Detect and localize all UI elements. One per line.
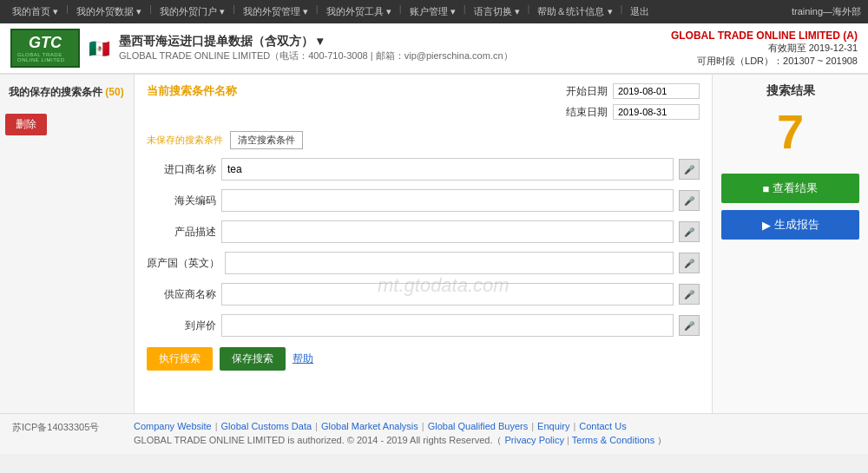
footer-privacy-policy[interactable]: Privacy Policy <box>505 435 564 445</box>
content-area: mt.gtodata.com 当前搜索条件名称 开始日期 结束日期 未保存的搜索… <box>135 75 712 413</box>
valid-until: 有效期至 2019-12-31 <box>671 42 858 55</box>
search-meta: 当前搜索条件名称 开始日期 结束日期 <box>147 83 700 122</box>
nav-language[interactable]: 语言切换 ▾ <box>469 3 525 20</box>
importer-label: 进口商名称 <box>147 162 216 177</box>
date-range: 开始日期 结束日期 <box>564 83 700 122</box>
product-label: 产品描述 <box>147 225 216 240</box>
end-date-input[interactable] <box>613 104 700 120</box>
footer-market-analysis[interactable]: Global Market Analysis <box>321 421 418 431</box>
footer-global-customs[interactable]: Global Customs Data <box>221 421 312 431</box>
product-input[interactable] <box>221 220 674 243</box>
nav-mgmt[interactable]: 我的外贸管理 ▾ <box>238 3 313 20</box>
ldr-info: 可用时段（LDR）：201307 ~ 201908 <box>671 55 858 68</box>
end-date-row: 结束日期 <box>564 104 700 120</box>
origin-speech-icon[interactable]: 🎤 <box>679 253 700 273</box>
importer-input[interactable] <box>221 158 674 181</box>
customs-label: 海关编码 <box>147 194 216 208</box>
header-title: 墨西哥海运进口提单数据（含双方） ▾ GLOBAL TRADE ONLINE L… <box>119 34 513 62</box>
right-panel: 搜索结果 7 ■ 查看结果 ▶ 生成报告 <box>712 75 868 413</box>
top-nav: 我的首页 ▾ | 我的外贸数据 ▾ | 我的外贸门户 ▾ | 我的外贸管理 ▾ … <box>0 0 868 23</box>
start-date-input[interactable] <box>613 83 700 99</box>
sidebar: 我的保存的搜索条件 (50) 删除 <box>0 75 135 413</box>
header: GTC GLOBAL TRADE ONLINE LIMITED 🇲🇽 墨西哥海运… <box>0 23 868 75</box>
nav-home[interactable]: 我的首页 ▾ <box>7 3 63 20</box>
header-left: GTC GLOBAL TRADE ONLINE LIMITED 🇲🇽 墨西哥海运… <box>10 29 513 68</box>
form-row-customs: 海关编码 🎤 <box>147 189 700 212</box>
form-row-price: 到岸价 🎤 <box>147 314 700 337</box>
search-meta-left: 当前搜索条件名称 <box>147 83 237 99</box>
current-search-name-label: 当前搜索条件名称 <box>147 83 237 99</box>
nav-account[interactable]: 账户管理 ▾ <box>404 3 461 20</box>
top-nav-left: 我的首页 ▾ | 我的外贸数据 ▾ | 我的外贸门户 ▾ | 我的外贸管理 ▾ … <box>7 3 654 20</box>
footer-contact-us[interactable]: Contact Us <box>579 421 626 431</box>
help-link[interactable]: 帮助 <box>293 351 313 366</box>
delete-button[interactable]: 删除 <box>5 114 47 135</box>
nav-logout[interactable]: 退出 <box>625 3 654 20</box>
origin-input[interactable] <box>225 252 674 274</box>
clear-button[interactable]: 清空搜索条件 <box>230 131 303 149</box>
supplier-speech-icon[interactable]: 🎤 <box>679 284 700 305</box>
result-title: 搜索结果 <box>766 83 815 99</box>
price-input[interactable] <box>221 314 674 337</box>
view-result-button[interactable]: ■ 查看结果 <box>721 174 859 203</box>
page-title: 墨西哥海运进口提单数据（含双方） ▾ <box>119 34 513 49</box>
company-name: GLOBAL TRADE ONLINE LIMITED (A) <box>671 30 858 42</box>
result-count: 7 <box>777 108 804 156</box>
logo: GTC GLOBAL TRADE ONLINE LIMITED <box>10 29 80 68</box>
form-row-importer: 进口商名称 🎤 <box>147 158 700 181</box>
end-date-label: 结束日期 <box>564 105 608 120</box>
nav-help[interactable]: 帮助＆统计信息 ▾ <box>532 3 617 20</box>
footer-qualified-buyers[interactable]: Global Qualified Buyers <box>428 421 529 431</box>
customs-speech-icon[interactable]: 🎤 <box>679 190 700 211</box>
nav-tools[interactable]: 我的外贸工具 ▾ <box>321 3 397 20</box>
nav-trade-data[interactable]: 我的外贸数据 ▾ <box>71 3 147 20</box>
top-nav-right: training—海外部 <box>792 5 861 18</box>
header-right: GLOBAL TRADE ONLINE LIMITED (A) 有效期至 201… <box>671 30 858 68</box>
unsaved-label: 未保存的搜索条件 <box>147 134 223 147</box>
importer-speech-icon[interactable]: 🎤 <box>679 159 700 180</box>
footer-links-area: Company Website | Global Customs Data | … <box>134 421 667 447</box>
country-flag: 🇲🇽 <box>89 38 110 59</box>
form-row-product: 产品描述 🎤 <box>147 220 700 243</box>
action-row: 执行搜索 保存搜索 帮助 <box>147 347 700 371</box>
footer-terms[interactable]: Terms & Conditions <box>572 435 654 445</box>
footer-copyright: GLOBAL TRADE ONLINE LIMITED is authorize… <box>134 434 667 447</box>
sidebar-title: 我的保存的搜索条件 (50) <box>5 82 128 103</box>
footer-links: Company Website | Global Customs Data | … <box>134 421 667 431</box>
exec-search-button[interactable]: 执行搜索 <box>147 347 213 371</box>
price-speech-icon[interactable]: 🎤 <box>679 315 700 336</box>
form-row-supplier: 供应商名称 🎤 <box>147 283 700 305</box>
customs-input[interactable] <box>221 189 674 212</box>
price-label: 到岸价 <box>147 319 216 333</box>
gen-report-button[interactable]: ▶ 生成报告 <box>721 210 859 240</box>
supplier-input[interactable] <box>221 283 674 305</box>
origin-label: 原产国（英文） <box>147 256 220 271</box>
nav-portal[interactable]: 我的外贸门户 ▾ <box>155 3 230 20</box>
footer-enquiry[interactable]: Enquiry <box>537 421 569 431</box>
supplier-label: 供应商名称 <box>147 287 216 302</box>
main-container: 我的保存的搜索条件 (50) 删除 mt.gtodata.com 当前搜索条件名… <box>0 75 868 413</box>
form-row-origin: 原产国（英文） 🎤 <box>147 252 700 274</box>
page-subtitle: GLOBAL TRADE ONLINE LIMITED（电话：400-710-3… <box>119 49 513 62</box>
footer-company-website[interactable]: Company Website <box>134 421 212 431</box>
start-date-row: 开始日期 <box>564 83 700 99</box>
icp-number: 苏ICP备14033305号 <box>12 421 125 447</box>
footer-content: 苏ICP备14033305号 Company Website | Global … <box>12 421 856 447</box>
start-date-label: 开始日期 <box>564 84 608 99</box>
product-speech-icon[interactable]: 🎤 <box>679 221 700 242</box>
footer: 苏ICP备14033305号 Company Website | Global … <box>0 413 868 454</box>
save-search-button[interactable]: 保存搜索 <box>220 347 286 371</box>
